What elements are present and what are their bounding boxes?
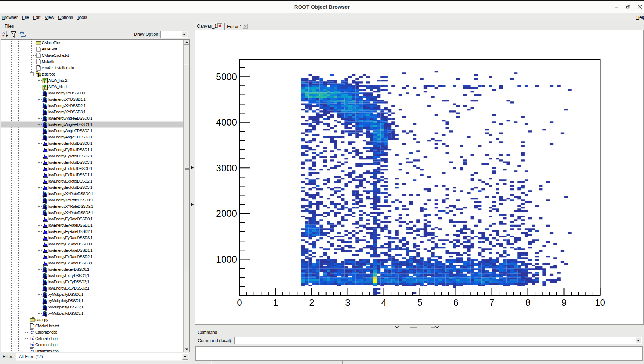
svg-text:1000: 1000 [216,254,237,265]
svg-text:8: 8 [525,297,530,308]
svg-text:3: 3 [345,297,350,308]
svg-text:9: 9 [561,297,566,308]
svg-text:3000: 3000 [216,163,237,173]
svg-text:1: 1 [273,297,278,308]
svg-text:7: 7 [489,297,494,308]
svg-text:2: 2 [309,297,314,308]
svg-text:4: 4 [381,297,386,308]
svg-text:6: 6 [453,297,458,308]
svg-text:2000: 2000 [216,208,237,219]
svg-text:5000: 5000 [216,72,237,82]
svg-text:0: 0 [237,297,242,308]
svg-text:10: 10 [595,297,605,308]
svg-text:4000: 4000 [216,117,237,128]
svg-text:5: 5 [417,297,422,308]
